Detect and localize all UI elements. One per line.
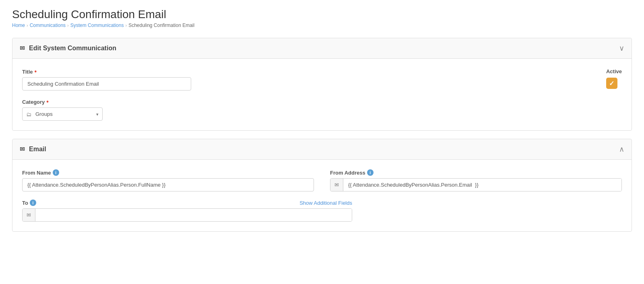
- category-group: Category • 🗂 Groups Events ▾: [22, 99, 622, 121]
- page-title: Scheduling Confirmation Email: [12, 8, 632, 21]
- breadcrumb-current: Scheduling Confirmation Email: [128, 23, 194, 28]
- edit-card-header: ✉ Edit System Communication ∨: [12, 38, 632, 59]
- email-card-title: ✉ Email: [20, 146, 46, 153]
- breadcrumb-home[interactable]: Home: [12, 23, 25, 28]
- email-card: ✉ Email ∧ From Name i From A: [12, 139, 632, 232]
- title-group: Title •: [22, 68, 590, 91]
- category-required: •: [46, 99, 49, 105]
- from-address-mail-icon: ✉: [330, 179, 343, 191]
- from-name-input[interactable]: [22, 178, 314, 191]
- collapse-icon[interactable]: ∨: [619, 44, 624, 53]
- title-required: •: [35, 68, 37, 75]
- breadcrumb-communications[interactable]: Communications: [30, 23, 66, 28]
- to-section: To i Show Additional Fields ✉: [22, 200, 352, 222]
- email-card-header: ✉ Email ∧: [12, 139, 632, 160]
- from-name-group: From Name i: [22, 169, 314, 191]
- category-select[interactable]: Groups Events: [22, 107, 103, 121]
- breadcrumb: Home › Communications › System Communica…: [12, 23, 632, 28]
- from-fields-row: From Name i From Address i ✉: [22, 169, 622, 191]
- title-active-row: Title • Active: [22, 68, 622, 91]
- to-input[interactable]: [35, 209, 352, 221]
- from-address-group: From Address i ✉: [330, 169, 622, 191]
- from-address-info-icon[interactable]: i: [367, 169, 374, 176]
- from-address-input[interactable]: [343, 179, 621, 191]
- category-label: Category •: [22, 99, 622, 105]
- active-label: Active: [606, 68, 622, 74]
- category-select-wrapper: 🗂 Groups Events ▾: [22, 107, 103, 121]
- active-group: Active: [606, 68, 622, 91]
- to-label-row: To i Show Additional Fields: [22, 200, 352, 206]
- to-input-wrapper: ✉: [22, 208, 352, 222]
- breadcrumb-system-communications[interactable]: System Communications: [70, 23, 124, 28]
- to-info-icon[interactable]: i: [30, 200, 36, 206]
- email-card-body: From Name i From Address i ✉: [12, 160, 632, 231]
- title-input[interactable]: [22, 77, 191, 91]
- email-mail-icon: ✉: [20, 146, 25, 153]
- edit-card-title: ✉ Edit System Communication: [20, 45, 116, 52]
- from-name-info-icon[interactable]: i: [53, 169, 59, 176]
- active-checkbox[interactable]: [606, 78, 617, 89]
- to-mail-icon: ✉: [23, 209, 35, 221]
- title-label: Title •: [22, 68, 590, 75]
- edit-system-communication-card: ✉ Edit System Communication ∨ Title • Ac…: [12, 38, 632, 131]
- from-address-input-wrapper: ✉: [330, 178, 622, 191]
- edit-card-body: Title • Active Category • 🗂: [12, 59, 632, 130]
- from-address-label: From Address i: [330, 169, 622, 176]
- show-additional-fields-link[interactable]: Show Additional Fields: [299, 200, 352, 206]
- mail-icon: ✉: [20, 45, 25, 52]
- to-label: To i: [22, 200, 36, 206]
- email-collapse-icon[interactable]: ∧: [619, 145, 624, 154]
- from-name-label: From Name i: [22, 169, 314, 176]
